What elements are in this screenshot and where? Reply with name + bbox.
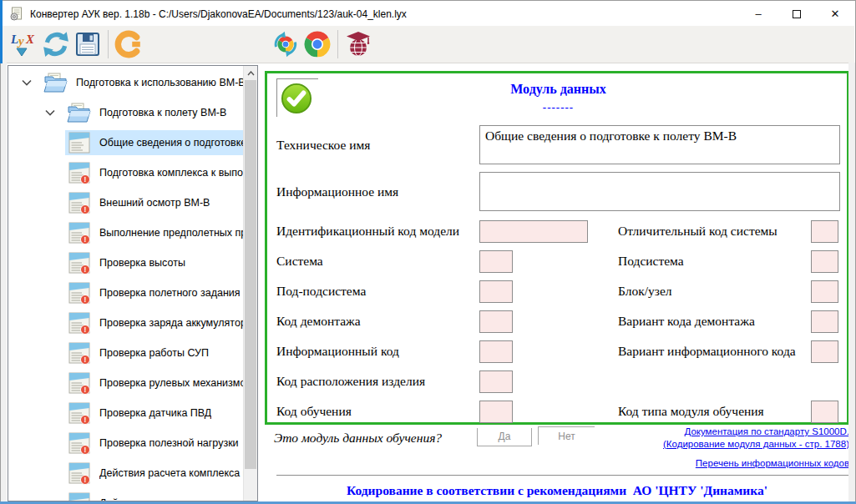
code-right-group: Подсистема <box>618 250 838 273</box>
tree-indent <box>8 173 65 174</box>
tree-item[interactable]: ! Проверка полетного задания <box>8 278 243 308</box>
svg-text:!: ! <box>84 235 87 244</box>
refresh-sync-icon[interactable] <box>40 28 72 61</box>
tree-indent <box>8 323 65 324</box>
tree-item[interactable]: ! Проверка полезной нагрузки <box>8 428 243 458</box>
tree-item-label: Действия расчета комплекса п... <box>99 467 243 479</box>
reload-orange-icon[interactable] <box>113 28 144 61</box>
document-icon: ! <box>68 162 91 184</box>
maximize-button[interactable] <box>777 2 816 26</box>
chevron-down-icon[interactable] <box>22 79 32 86</box>
tree-item[interactable]: ! Общие сведения о подготовке... <box>8 128 243 158</box>
document-icon: ! <box>68 312 91 335</box>
maximize-icon <box>793 10 801 18</box>
yes-button[interactable]: Да <box>477 428 532 446</box>
tree-item[interactable]: ! Подготовка к полету ВМ-В <box>8 98 243 128</box>
tree-item[interactable]: ! Проверка работы СУП <box>8 338 243 368</box>
code-right-label: Подсистема <box>618 254 684 269</box>
code-right-label: Блок/узел <box>618 284 672 299</box>
info-codes-link[interactable]: Перечень информационных кодов <box>663 457 849 470</box>
info-name-input[interactable] <box>479 172 840 211</box>
tree-item[interactable]: ! Проверка заряда аккумулятора <box>8 308 243 338</box>
chrome-refresh-icon[interactable] <box>270 28 301 61</box>
training-question-label: Это модуль данных обучения? <box>274 431 442 446</box>
code-right-input[interactable] <box>811 340 838 363</box>
svg-text:!: ! <box>84 446 87 454</box>
tree-item[interactable]: ! Действия расчета комплекса п... <box>8 458 243 488</box>
tree-item-label: Общие сведения о подготовке... <box>99 137 243 149</box>
tree-item[interactable]: ! Проверка высоты <box>8 248 243 278</box>
code-row: Код обучения Код типа модуля обучения <box>276 396 840 426</box>
close-button[interactable]: ✕ <box>816 2 854 26</box>
tree: ! Подготовка к использованию ВМ-В <box>8 66 243 501</box>
tree-item-label: Проверка полезной нагрузки <box>99 437 239 449</box>
lyx-export-icon[interactable]: L y X <box>8 28 40 61</box>
code-right-label: Вариант информационного кода <box>618 344 796 359</box>
tree-item-label: Проверка датчика ПВД <box>99 407 211 419</box>
chrome-icon[interactable] <box>301 28 333 61</box>
tree-item-label: Подготовка к использованию ВМ-В <box>76 77 243 88</box>
code-row: Идентификационный код модели Отличительн… <box>276 216 840 246</box>
code-right-input[interactable] <box>811 280 838 303</box>
education-globe-icon[interactable] <box>342 28 374 61</box>
no-button[interactable]: Нет <box>538 426 595 445</box>
code-right-input[interactable] <box>811 310 838 333</box>
tree-item[interactable]: ! Проверка датчика ПВД <box>8 398 243 428</box>
s1000d-doc-link[interactable]: Документация по стандарту S1000D. (Кодир… <box>663 426 849 450</box>
code-right-input[interactable] <box>811 401 838 423</box>
tree-item-label: Выполнение предполетных пр... <box>99 227 243 239</box>
error-badge: ! <box>81 204 90 214</box>
code-left-label: Идентификационный код модели <box>276 224 479 239</box>
code-left-label: Под-подсистема <box>276 284 479 299</box>
code-left-input[interactable] <box>479 280 513 303</box>
document-icon: ! <box>68 252 91 275</box>
tree-indent <box>8 233 65 234</box>
tree-item[interactable]: ! Подготовка комплекса к выпо... <box>8 158 243 188</box>
error-badge: ! <box>81 415 90 424</box>
code-left-input[interactable] <box>479 250 513 273</box>
code-right-input[interactable] <box>811 250 838 273</box>
code-left-label: Информационный код <box>276 344 479 359</box>
svg-text:!: ! <box>84 175 87 184</box>
scrollbar-thumb[interactable] <box>245 80 256 469</box>
code-right-input[interactable] <box>811 220 838 243</box>
code-right-group: Вариант информационного кода <box>618 340 838 363</box>
tree-item[interactable]: ! Подготовка к использованию ВМ-В <box>8 68 243 98</box>
tree-item-label: Внешний осмотр ВМ-В <box>99 197 210 209</box>
code-left-input[interactable] <box>479 370 513 393</box>
tree-indent <box>8 383 65 384</box>
tree-item-label: Подготовка к полету ВМ-В <box>99 107 226 118</box>
svg-text:!: ! <box>84 325 87 334</box>
code-left-input[interactable] <box>479 220 588 243</box>
save-floppy-icon[interactable] <box>72 28 104 61</box>
tree-item[interactable]: ! Действия расчета комплекса п... <box>8 488 243 501</box>
tree-item[interactable]: ! Выполнение предполетных пр... <box>8 218 243 248</box>
document-icon: ! <box>68 462 91 485</box>
document-icon: ! <box>68 372 91 395</box>
tree-item[interactable]: ! Внешний осмотр ВМ-В <box>8 188 243 218</box>
document-gear-icon <box>9 7 23 21</box>
document-icon: ! <box>68 402 91 425</box>
document-icon: ! <box>68 432 91 455</box>
tech-name-label: Техническое имя <box>276 138 479 153</box>
code-rows: Идентификационный код модели Отличительн… <box>276 216 840 426</box>
tree-item[interactable]: ! Проверка рулевых механизмов <box>8 368 243 398</box>
code-left-input[interactable] <box>479 401 513 423</box>
tree-item-label: Проверка высоты <box>99 257 185 269</box>
form-subtitle: ------- <box>276 101 840 114</box>
error-badge: ! <box>81 325 90 334</box>
scrollbar-up-icon[interactable] <box>244 66 257 80</box>
svg-text:X: X <box>25 33 35 46</box>
error-badge: ! <box>81 295 90 304</box>
data-module-form: Модуль данных ------- Техническое имя Об… <box>265 71 849 425</box>
tree-scrollbar[interactable] <box>243 66 257 501</box>
code-left-input[interactable] <box>479 340 513 363</box>
tree-item-label: Подготовка комплекса к выпо... <box>99 167 243 179</box>
code-left-input[interactable] <box>479 310 513 333</box>
right-gutter <box>848 63 855 501</box>
error-badge: ! <box>81 265 90 274</box>
code-right-group: Вариант кода демонтажа <box>618 310 838 333</box>
minimize-button[interactable]: – <box>739 2 777 26</box>
chevron-down-icon[interactable] <box>45 109 55 116</box>
tech-name-input[interactable]: Общие сведения о подготовке к полету ВМ-… <box>479 125 840 164</box>
